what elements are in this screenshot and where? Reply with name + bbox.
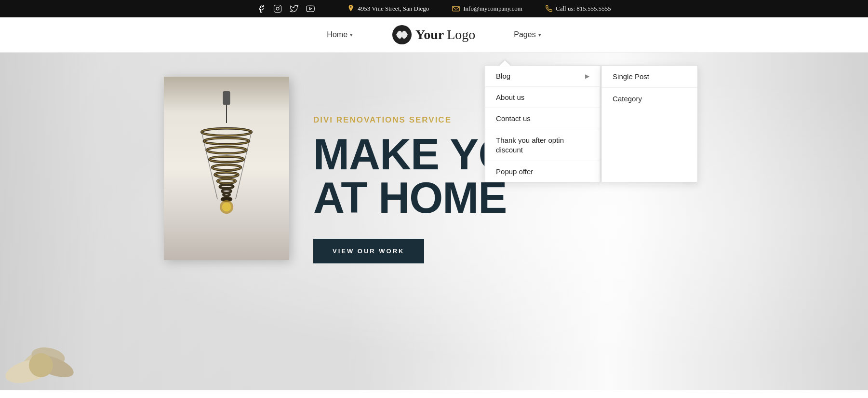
dropdown-item-thankyou[interactable]: Thank you after optin discount [485,129,600,161]
logo-bold: Your [415,27,444,42]
nav-home[interactable]: Home ▾ [327,30,353,39]
home-chevron-icon: ▾ [350,32,353,38]
svg-point-2 [280,6,280,7]
hero-section: DIVI RENOVATIONS SERVICE MAKE YOU AT HOM… [0,53,868,390]
svg-point-22 [220,185,233,189]
dropdown-item-popup[interactable]: Popup offer [485,161,600,182]
svg-marker-3 [309,8,311,10]
social-icons [257,4,315,13]
phone-item: Call us: 815.555.5555 [546,5,611,13]
svg-point-34 [29,353,53,377]
svg-rect-0 [274,5,281,13]
address-item: 4953 Vine Street, San Diego [347,5,429,13]
view-our-work-button[interactable]: VIEW OUR WORK [313,239,424,263]
dropdown-item-blog[interactable]: Blog ▶ [485,66,600,87]
dropdown-item-contact[interactable]: Contact us [485,108,600,129]
hero-flower-decoration [0,313,96,390]
pages-chevron-icon: ▾ [538,32,541,38]
email-item: Info@mycompany.com [452,5,522,13]
chandelier-image [164,77,289,260]
twitter-icon[interactable] [290,4,298,13]
svg-rect-4 [453,6,459,11]
site-logo[interactable]: YourLogo [391,24,475,45]
email-text: Info@mycompany.com [463,5,522,13]
pages-dropdown: Blog ▶ About us Contact us Thank you aft… [485,65,698,182]
dropdown-item-category[interactable]: Category [602,88,697,110]
svg-point-27 [222,203,231,212]
hero-image-card [164,77,289,260]
phone-icon [546,5,552,13]
facebook-icon[interactable] [257,4,266,13]
instagram-icon[interactable] [273,4,282,13]
email-icon [452,6,460,12]
youtube-icon[interactable] [306,4,315,13]
phone-text: Call us: 815.555.5555 [556,5,611,13]
location-icon [347,5,354,13]
svg-rect-6 [223,91,230,105]
blog-sub-arrow-icon: ▶ [585,73,589,80]
dropdown-item-single-post[interactable]: Single Post [602,66,697,88]
svg-point-1 [276,7,279,10]
logo-light: Logo [447,27,475,42]
dropdown-arrow [499,60,511,66]
logo-icon [391,24,413,45]
nav-pages[interactable]: Pages ▾ Blog ▶ About us Contact us [514,30,541,39]
main-nav: Home ▾ YourLogo Pages ▾ Blog ▶ [0,17,868,53]
nav-menu-left: Home ▾ [327,30,353,39]
svg-point-24 [223,193,229,196]
nav-menu-right: Pages ▾ Blog ▶ About us Contact us [514,30,541,39]
dropdown-item-about[interactable]: About us [485,87,600,108]
dropdown-left-panel: Blog ▶ About us Contact us Thank you aft… [485,65,601,182]
address-text: 4953 Vine Street, San Diego [358,5,429,13]
hero-title-line2: AT HOME [313,176,542,220]
top-bar: 4953 Vine Street, San Diego Info@mycompa… [0,0,868,17]
dropdown-right-panel: Single Post Category [601,65,698,182]
